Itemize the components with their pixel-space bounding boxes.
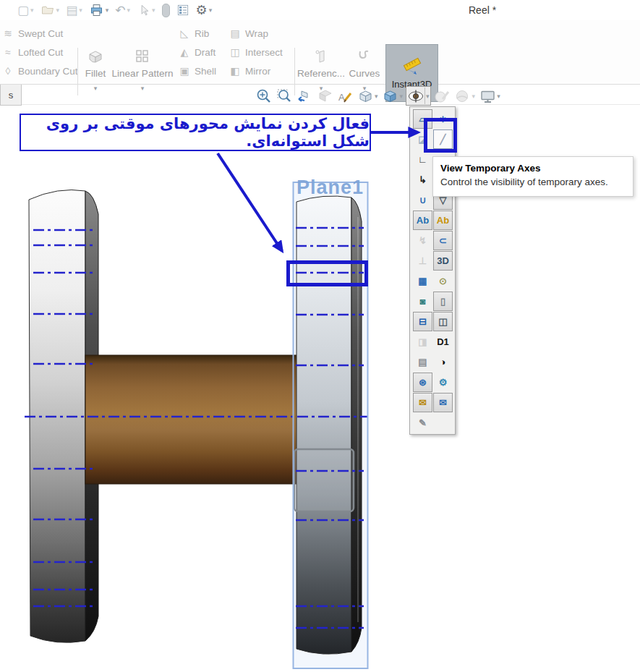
lofted-cut-button[interactable]: ≈ Lofted Cut [1,43,78,61]
properties-list-icon [176,3,190,17]
tab-strip-partial-tab[interactable]: s [0,85,22,106]
gear-icon: ⚙ [196,4,208,17]
display-style-icon [381,87,399,105]
section-view-button[interactable] [315,87,333,105]
display-style-button[interactable]: ▾ [381,87,404,105]
annotation-callout: فعال کردن نمایش محورهای موقتی بر روی شکل… [20,114,371,151]
magnify-selection-icon [162,4,170,17]
view-connection-points-icon[interactable]: ⊟ [413,312,432,331]
curves-icon [356,48,373,65]
open-folder-icon [40,3,55,17]
view-sketch-relations-icon[interactable]: ⊥ [413,251,432,271]
view-orientation-button[interactable]: ▾ [356,87,379,105]
view-sketches-icon[interactable]: ⊂ [433,231,453,250]
solidworks-window: Plane1 ▢▾ ▾ ▤▾ ▾ ↶▾ ▾ [0,0,640,672]
boundary-cut-button[interactable]: ◊ Boundary Cut [1,62,78,80]
plane1-label[interactable]: Plane1 [296,176,364,199]
draft-button[interactable]: ◭ Draft [178,43,216,61]
cut-features-group: ≋ Swept Cut ≈ Lofted Cut ◊ Boundary Cut [1,25,78,80]
hub-cylinder [85,355,298,484]
view-cameras-icon[interactable]: ◙ [413,292,432,311]
view-weldments-icon[interactable]: ⊛ [413,373,432,392]
zoom-to-fit-icon [255,87,273,105]
fillet-icon [87,48,104,65]
undo-icon: ↶ [115,4,125,17]
new-document-icon: ▢ [17,4,29,17]
rib-button[interactable]: ◺ Rib [178,25,216,42]
previous-view-button[interactable] [295,87,313,105]
dimension-names-icon[interactable]: D1 [433,332,453,352]
previous-view-icon [295,87,313,105]
intersect-button[interactable]: ◫ Intersect [229,43,283,61]
view-envelopes-icon[interactable]: ✉ [413,393,432,412]
tooltip-title: View Temporary Axes [440,163,626,174]
view-curves-icon[interactable]: ∪ [413,190,432,210]
select-button[interactable]: ▾ [135,3,158,18]
swept-cut-button[interactable]: ≋ Swept Cut [1,25,78,42]
view-origins-icon[interactable]: ↳ [413,170,432,190]
view-coordinate-systems-icon[interactable]: ∟ [413,150,432,169]
tooltip: View Temporary Axes Control the visibili… [432,156,633,197]
view-all-annotations-icon[interactable]: Ab [433,210,453,230]
view-lights-icon[interactable]: ⊙ [433,271,453,291]
headsup-toolbar: A ▾ ▾ ▾ ▾ ▾ [255,86,501,106]
eye-icon [406,87,424,105]
zoom-to-area-icon [275,87,293,105]
top-toolbar: ▢▾ ▾ ▤▾ ▾ ↶▾ ▾ [0,0,640,20]
new-document-button[interactable]: ▢▾ [16,4,36,17]
options-button[interactable]: ⚙▾ [195,4,215,17]
document-title: Reel * [469,4,496,16]
print-icon [89,3,104,18]
view-settings-monitor-icon [478,87,496,105]
view-orientation-icon [356,87,374,105]
view-3d-sketches-icon[interactable]: 3D [433,251,453,271]
view-envelope-components-icon[interactable]: ✉ [433,393,453,412]
magnify-selection-button[interactable] [161,3,171,18]
section-view-icon [315,87,333,105]
view-markups-icon[interactable]: ✎ [413,413,432,433]
fillet-button[interactable]: Fillet ▾ [81,43,110,101]
properties-list-button[interactable] [174,2,192,18]
instant3d-icon [401,57,423,76]
view-settings-button[interactable]: ▾ [478,87,501,105]
hide-show-items-button[interactable]: ▾ [406,86,431,106]
view-routing-points-icon[interactable]: ↯ [413,231,432,250]
wrap-intersect-mirror-group: ▤ Wrap ◫ Intersect ◧ Mirror [229,25,283,80]
apply-scene-button[interactable]: ▾ [453,87,477,105]
edit-appearance-button[interactable] [433,87,451,105]
select-cursor-icon [137,4,150,17]
features-ribbon: ≋ Swept Cut ≈ Lofted Cut ◊ Boundary Cut [0,20,640,85]
reference-geometry-icon [312,48,330,65]
edit-appearance-icon [433,87,451,105]
view-simulation-symbols-icon[interactable]: ▤ [413,352,432,372]
save-button[interactable]: ▤▾ [64,4,85,17]
view-grid-icon[interactable]: ▦ [413,271,432,291]
view-decals-icon[interactable]: ◨ [413,332,432,352]
highlight-box-model-axis [286,260,368,286]
apply-scene-icon [453,87,472,105]
view-live-section-icon[interactable]: ▯ [433,292,453,311]
view-sketch-planes-icon[interactable]: ◫ [433,312,453,331]
view-annotation-text-icon[interactable]: Ab [413,210,432,230]
rib-draft-shell-group: ◺ Rib ◭ Draft ▣ Shell [178,25,216,80]
wrap-button[interactable]: ▤ Wrap [229,25,283,42]
hide-show-items-caret[interactable]: ▾ [424,88,430,104]
print-button[interactable]: ▾ [88,2,111,19]
view-cosmetic-threads-icon[interactable]: ⚙ [433,373,453,392]
save-icon: ▤ [66,4,77,17]
annotations-icon: A [336,87,354,105]
linear-pattern-icon [134,48,151,65]
open-button[interactable]: ▾ [39,2,62,18]
shell-button[interactable]: ▣ Shell [178,62,216,80]
zoom-to-area-button[interactable] [275,87,293,105]
zoom-to-fit-button[interactable] [255,87,273,105]
hide-show-annotations-button[interactable]: A [336,87,354,105]
highlight-box-panel-icon [424,118,457,153]
view-center-of-mass-icon[interactable]: ◑ [433,352,453,372]
tooltip-description: Control the visibility of temporary axes… [440,176,626,187]
hub-boss-section [294,449,354,511]
mirror-button[interactable]: ◧ Mirror [229,62,283,80]
linear-pattern-button[interactable]: Linear Pattern ▾ [109,43,176,101]
undo-button[interactable]: ↶▾ [114,4,132,17]
